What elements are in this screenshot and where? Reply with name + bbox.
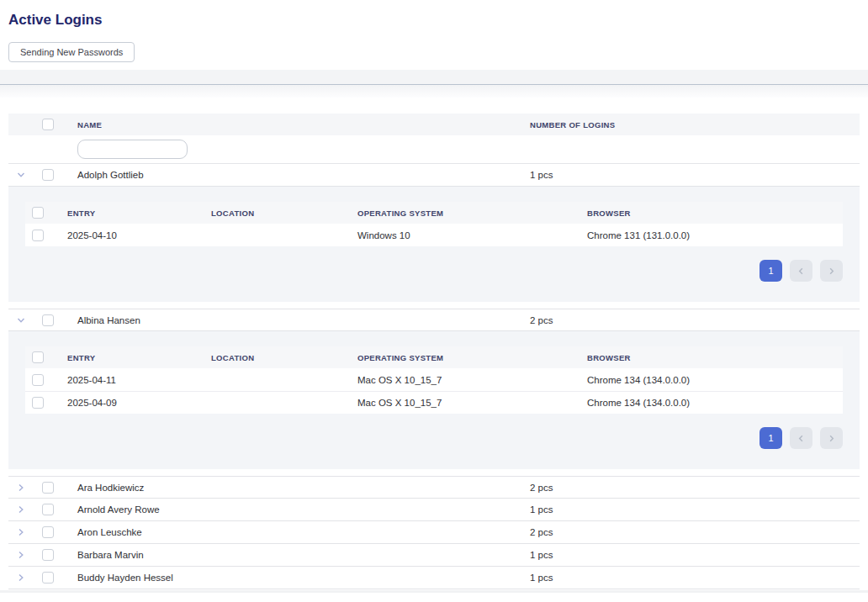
table-header-row: NAME NUMBER OF LOGINS bbox=[8, 114, 860, 135]
page-head: Active Logins Sending New Passwords bbox=[0, 0, 868, 70]
operating-system: Mac OS X 10_15_7 bbox=[351, 398, 580, 408]
filter-row bbox=[8, 135, 860, 164]
column-header-logins: NUMBER OF LOGINS bbox=[530, 120, 860, 129]
user-name: Aron Leuschke bbox=[67, 527, 530, 537]
footer-strip bbox=[0, 590, 868, 593]
detail-select-all-checkbox[interactable] bbox=[32, 207, 44, 219]
user-name: Barbara Marvin bbox=[67, 550, 530, 560]
group-row[interactable]: Barbara Marvin 1 pcs bbox=[8, 544, 860, 567]
column-header-location: LOCATION bbox=[204, 209, 351, 218]
chevron-left-icon bbox=[797, 267, 805, 275]
pagination: 1 bbox=[25, 260, 843, 282]
detail-table: ENTRY LOCATION OPERATING SYSTEM BROWSER … bbox=[25, 346, 843, 414]
user-name: Arnold Avery Rowe bbox=[67, 504, 530, 515]
toolbar-band-top bbox=[0, 70, 868, 85]
user-name: Adolph Gottlieb bbox=[67, 170, 530, 180]
group-row[interactable]: Arnold Avery Rowe 1 pcs bbox=[8, 499, 860, 521]
group-row[interactable]: Aron Leuschke 2 pcs bbox=[8, 521, 860, 544]
detail-select-all-checkbox[interactable] bbox=[32, 351, 44, 363]
operating-system: Windows 10 bbox=[351, 230, 580, 240]
column-header-name: NAME bbox=[67, 120, 530, 129]
column-header-entry: ENTRY bbox=[61, 209, 204, 218]
detail-header-row: ENTRY LOCATION OPERATING SYSTEM BROWSER bbox=[25, 202, 843, 224]
column-header-entry: ENTRY bbox=[61, 353, 204, 362]
row-checkbox[interactable] bbox=[42, 572, 54, 584]
detail-header-row: ENTRY LOCATION OPERATING SYSTEM BROWSER bbox=[25, 346, 843, 368]
detail-row: 2025-04-10 Windows 10 Chrome 131 (131.0.… bbox=[25, 224, 843, 246]
column-header-browser: BROWSER bbox=[580, 209, 843, 218]
login-count: 2 pcs bbox=[530, 527, 860, 537]
page-button-1[interactable]: 1 bbox=[760, 260, 782, 282]
detail-panel: ENTRY LOCATION OPERATING SYSTEM BROWSER … bbox=[8, 187, 860, 302]
entry-date: 2025-04-10 bbox=[61, 230, 204, 240]
group-row[interactable]: Ara Hodkiewicz 2 pcs bbox=[8, 476, 860, 499]
detail-table: ENTRY LOCATION OPERATING SYSTEM BROWSER … bbox=[25, 202, 843, 246]
chevron-left-icon bbox=[797, 435, 805, 442]
browser: Chrome 134 (134.0.0.0) bbox=[580, 375, 843, 385]
detail-row-checkbox[interactable] bbox=[32, 397, 44, 409]
chevron-right-icon[interactable] bbox=[17, 573, 25, 582]
login-count: 1 pcs bbox=[530, 170, 860, 180]
group-row[interactable]: Albina Hansen 2 pcs bbox=[8, 309, 860, 331]
row-checkbox[interactable] bbox=[42, 169, 54, 181]
group-row[interactable]: Buddy Hayden Hessel 1 pcs bbox=[8, 567, 860, 589]
login-count: 2 pcs bbox=[530, 315, 860, 325]
row-checkbox[interactable] bbox=[42, 549, 54, 561]
login-count: 1 pcs bbox=[530, 504, 860, 515]
row-checkbox[interactable] bbox=[42, 482, 54, 494]
detail-row: 2025-04-11 Mac OS X 10_15_7 Chrome 134 (… bbox=[25, 368, 843, 391]
chevron-right-icon bbox=[828, 435, 835, 442]
previous-page-button[interactable] bbox=[790, 260, 812, 282]
entry-date: 2025-04-09 bbox=[61, 398, 204, 408]
detail-row-checkbox[interactable] bbox=[32, 230, 44, 241]
chevron-down-icon[interactable] bbox=[17, 316, 25, 325]
chevron-right-icon[interactable] bbox=[17, 528, 25, 536]
previous-page-button[interactable] bbox=[790, 427, 812, 449]
sending-new-passwords-button[interactable]: Sending New Passwords bbox=[8, 42, 135, 62]
next-page-button[interactable] bbox=[820, 260, 843, 282]
browser: Chrome 131 (131.0.0.0) bbox=[580, 230, 843, 240]
row-checkbox[interactable] bbox=[42, 526, 54, 538]
row-checkbox[interactable] bbox=[42, 314, 54, 326]
pagination: 1 bbox=[25, 427, 843, 449]
login-count: 1 pcs bbox=[530, 573, 860, 583]
user-name: Ara Hodkiewicz bbox=[67, 483, 530, 493]
active-logins-table: NAME NUMBER OF LOGINS Adolph Gottlieb 1 … bbox=[8, 114, 860, 589]
user-name: Albina Hansen bbox=[67, 315, 530, 325]
column-header-browser: BROWSER bbox=[580, 353, 843, 362]
select-all-checkbox[interactable] bbox=[42, 119, 54, 130]
operating-system: Mac OS X 10_15_7 bbox=[351, 375, 580, 385]
detail-row: 2025-04-09 Mac OS X 10_15_7 Chrome 134 (… bbox=[25, 391, 843, 414]
login-count: 1 pcs bbox=[530, 550, 860, 560]
next-page-button[interactable] bbox=[820, 427, 843, 449]
group-row[interactable]: Adolph Gottlieb 1 pcs bbox=[8, 164, 860, 187]
column-header-os: OPERATING SYSTEM bbox=[351, 353, 580, 362]
column-header-location: LOCATION bbox=[204, 353, 351, 362]
page-button-1[interactable]: 1 bbox=[760, 427, 782, 449]
page-title: Active Logins bbox=[8, 12, 860, 29]
entry-date: 2025-04-11 bbox=[61, 375, 204, 385]
browser: Chrome 134 (134.0.0.0) bbox=[580, 398, 843, 408]
login-count: 2 pcs bbox=[530, 483, 860, 493]
chevron-right-icon[interactable] bbox=[17, 483, 25, 492]
toolbar-band-bottom bbox=[0, 85, 868, 98]
chevron-right-icon bbox=[828, 267, 835, 275]
chevron-down-icon[interactable] bbox=[17, 171, 25, 179]
row-checkbox[interactable] bbox=[42, 504, 54, 515]
column-header-os: OPERATING SYSTEM bbox=[351, 209, 580, 218]
detail-row-checkbox[interactable] bbox=[32, 374, 44, 386]
chevron-right-icon[interactable] bbox=[17, 505, 25, 514]
detail-panel: ENTRY LOCATION OPERATING SYSTEM BROWSER … bbox=[8, 331, 860, 469]
name-filter-input[interactable] bbox=[77, 140, 188, 159]
user-name: Buddy Hayden Hessel bbox=[67, 573, 530, 583]
chevron-right-icon[interactable] bbox=[17, 551, 25, 559]
